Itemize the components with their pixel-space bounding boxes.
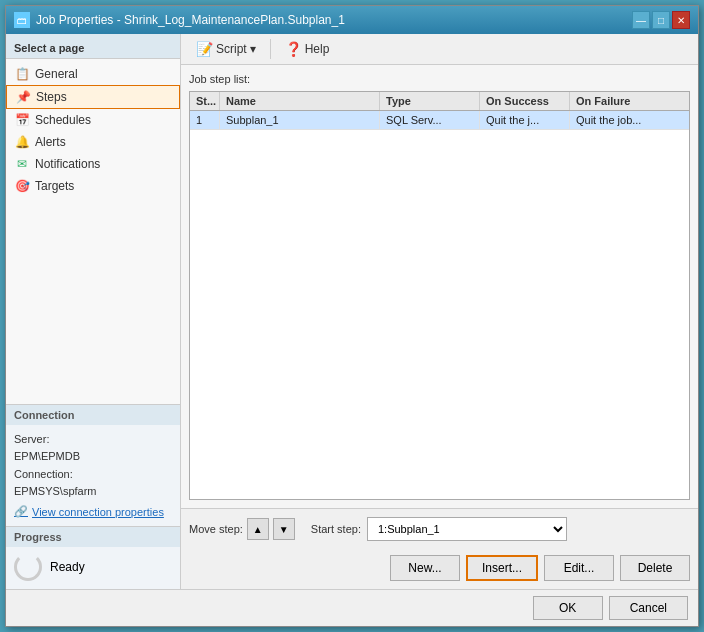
col-on-failure: On Failure <box>570 92 660 110</box>
notifications-icon: ✉ <box>14 156 30 172</box>
sidebar-item-alerts[interactable]: 🔔 Alerts <box>6 131 180 153</box>
script-dropdown-icon: ▾ <box>250 42 256 56</box>
bottom-controls: Move step: ▲ ▼ Start step: 1:Subplan_1 N… <box>181 508 698 589</box>
col-on-success: On Success <box>480 92 570 110</box>
sidebar-label-general: General <box>35 67 78 81</box>
sidebar-item-steps[interactable]: 📌 Steps <box>6 85 180 109</box>
start-step-select[interactable]: 1:Subplan_1 <box>367 517 567 541</box>
minimize-button[interactable]: — <box>632 11 650 29</box>
script-label: Script <box>216 42 247 56</box>
col-step: St... <box>190 92 220 110</box>
ok-button[interactable]: OK <box>533 596 603 620</box>
progress-content: Ready <box>14 553 172 581</box>
steps-table: St... Name Type On Success On Failure 1 … <box>189 91 690 500</box>
sidebar-spacer <box>6 201 180 404</box>
edit-button[interactable]: Edit... <box>544 555 614 581</box>
sidebar-label-targets: Targets <box>35 179 74 193</box>
maximize-button[interactable]: □ <box>652 11 670 29</box>
sidebar-item-schedules[interactable]: 📅 Schedules <box>6 109 180 131</box>
table-header: St... Name Type On Success On Failure <box>190 92 689 111</box>
cell-type: SQL Serv... <box>380 111 480 129</box>
progress-section-label: Progress <box>6 527 180 547</box>
targets-icon: 🎯 <box>14 178 30 194</box>
alerts-icon: 🔔 <box>14 134 30 150</box>
sidebar-label-alerts: Alerts <box>35 135 66 149</box>
server-value: EPM\EPMDB <box>14 450 80 462</box>
cell-on-success: Quit the j... <box>480 111 570 129</box>
cancel-button[interactable]: Cancel <box>609 596 688 620</box>
toolbar: 📝 Script ▾ ❓ Help <box>181 34 698 65</box>
general-icon: 📋 <box>14 66 30 82</box>
sidebar-label-schedules: Schedules <box>35 113 91 127</box>
delete-button[interactable]: Delete <box>620 555 690 581</box>
title-bar: 🗃 Job Properties - Shrink_Log_Maintenanc… <box>6 6 698 34</box>
move-step-label: Move step: <box>189 523 243 535</box>
col-type: Type <box>380 92 480 110</box>
help-icon: ❓ <box>285 41 302 57</box>
sidebar-section-label: Select a page <box>6 34 180 59</box>
steps-icon: 📌 <box>15 89 31 105</box>
connection-link-text: View connection properties <box>32 506 164 518</box>
script-icon: 📝 <box>196 41 213 57</box>
sidebar-item-notifications[interactable]: ✉ Notifications <box>6 153 180 175</box>
window-title: Job Properties - Shrink_Log_MaintenanceP… <box>36 13 345 27</box>
connection-section-label: Connection <box>6 405 180 425</box>
cell-name: Subplan_1 <box>220 111 380 129</box>
help-label: Help <box>305 42 330 56</box>
footer-buttons: OK Cancel <box>6 589 698 626</box>
script-button[interactable]: 📝 Script ▾ <box>189 38 263 60</box>
sidebar-items: 📋 General 📌 Steps 📅 Schedules 🔔 Alerts ✉ <box>6 59 180 201</box>
progress-status: Ready <box>50 560 85 574</box>
move-down-button[interactable]: ▼ <box>273 518 295 540</box>
sidebar: Select a page 📋 General 📌 Steps 📅 Schedu… <box>6 34 181 589</box>
sidebar-item-general[interactable]: 📋 General <box>6 63 180 85</box>
connection-info: Server: EPM\EPMDB Connection: EPMSYS\spf… <box>14 431 172 501</box>
cell-step: 1 <box>190 111 220 129</box>
connection-value: EPMSYS\spfarm <box>14 485 97 497</box>
move-step-group: Move step: ▲ ▼ <box>189 518 295 540</box>
toolbar-separator <box>270 39 271 59</box>
title-buttons: — □ ✕ <box>632 11 690 29</box>
move-up-button[interactable]: ▲ <box>247 518 269 540</box>
server-label: Server: <box>14 433 49 445</box>
main-window: 🗃 Job Properties - Shrink_Log_Maintenanc… <box>5 5 699 627</box>
close-button[interactable]: ✕ <box>672 11 690 29</box>
progress-section: Progress Ready <box>6 526 180 589</box>
schedules-icon: 📅 <box>14 112 30 128</box>
action-buttons-row: New... Insert... Edit... Delete <box>189 549 690 581</box>
connection-link-icon: 🔗 <box>14 505 28 518</box>
connection-section: Connection Server: EPM\EPMDB Connection:… <box>6 404 180 526</box>
sidebar-label-notifications: Notifications <box>35 157 100 171</box>
sidebar-item-targets[interactable]: 🎯 Targets <box>6 175 180 197</box>
start-step-group: Start step: 1:Subplan_1 <box>311 517 567 541</box>
cell-on-failure: Quit the job... <box>570 111 660 129</box>
col-name: Name <box>220 92 380 110</box>
new-button[interactable]: New... <box>390 555 460 581</box>
insert-button[interactable]: Insert... <box>466 555 538 581</box>
job-steps-area: Job step list: St... Name Type On Succes… <box>181 65 698 508</box>
main-area: 📝 Script ▾ ❓ Help Job step list: St... N… <box>181 34 698 589</box>
sidebar-label-steps: Steps <box>36 90 67 104</box>
view-connection-properties-link[interactable]: 🔗 View connection properties <box>14 505 172 518</box>
move-start-row: Move step: ▲ ▼ Start step: 1:Subplan_1 <box>189 517 690 541</box>
connection-label: Connection: <box>14 468 73 480</box>
table-row[interactable]: 1 Subplan_1 SQL Serv... Quit the j... Qu… <box>190 111 689 130</box>
help-button[interactable]: ❓ Help <box>278 38 337 60</box>
title-bar-left: 🗃 Job Properties - Shrink_Log_Maintenanc… <box>14 12 345 28</box>
content-area: Select a page 📋 General 📌 Steps 📅 Schedu… <box>6 34 698 589</box>
progress-spinner <box>14 553 42 581</box>
window-icon: 🗃 <box>14 12 30 28</box>
job-steps-label: Job step list: <box>189 73 690 85</box>
start-step-label: Start step: <box>311 523 361 535</box>
